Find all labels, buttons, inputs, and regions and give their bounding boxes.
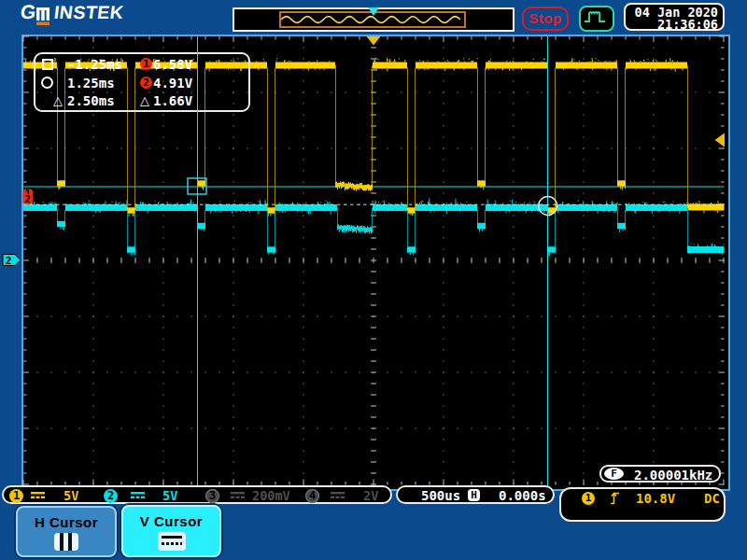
timebase-status-box: 500us H 0.000s [396,485,555,504]
trigger-coupling: DC [704,491,720,506]
ch1-scale: 5V [63,488,78,503]
v-cursor-horizontal-lines-icon [158,532,186,551]
ch2-badge[interactable]: 2 [104,489,118,503]
h-cursor-vertical-lines-icon [54,533,78,551]
rising-edge-icon [610,491,621,506]
ch1-dc-coupling-icon [31,492,46,500]
trigger-level-value: 10.8V [636,491,675,506]
trigger-source-badge: 1 [582,492,595,505]
ch4-badge[interactable]: 4 [305,489,319,503]
v-cursor-label: V Cursor [123,513,219,529]
ch3-scale: 200mV [252,488,290,503]
oscilloscope-display: G INSTEK Stop 04 Jan 2020 21:36:06 212 [0,0,747,560]
ch2-dc-coupling-icon [131,492,146,500]
ch3-badge[interactable]: 3 [205,489,219,503]
ch2-scale: 5V [162,488,177,503]
h-cursor-button[interactable]: H Cursor [16,506,117,557]
horizontal-icon: H [468,489,480,501]
ch3-dc-coupling-icon [231,492,246,500]
v-cursor-button[interactable]: V Cursor [121,505,221,557]
cursor-overlay-layer [0,0,747,560]
h-cursor-label: H Cursor [18,514,115,530]
horizontal-position: 0.000s [499,488,546,503]
timebase-scale: 500us [421,488,460,503]
ch1-badge[interactable]: 1 [9,489,23,503]
channel-status-bar: 1 5V 2 5V 3 200mV 4 2V [2,485,392,504]
ch4-dc-coupling-icon [331,492,345,500]
trigger-status-box: 1 10.8V DC [559,487,726,522]
ch4-scale: 2V [363,488,378,503]
